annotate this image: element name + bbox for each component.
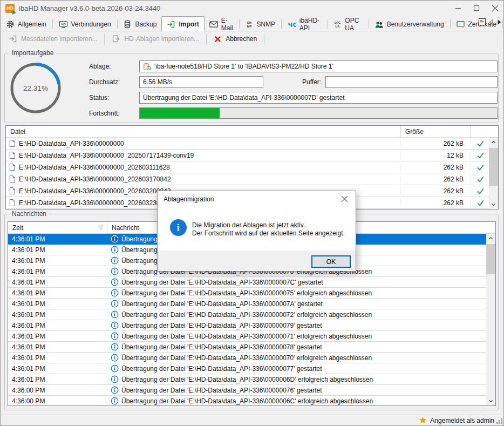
file-path: E:\HD-Data\data_API-336\00000000_2026031… [19, 164, 170, 171]
tab-bar: AllgemeinHDVerbindungenBackupImportE-Mai… [0, 16, 504, 31]
resize-grip[interactable] [501, 422, 502, 424]
message-row[interactable]: 4:36:01 PMÜbertragung der Datei 'E:\HD-D… [8, 353, 495, 363]
tab-allgemein[interactable]: Allgemein [1, 18, 51, 31]
message-row[interactable]: 4:36:01 PMÜbertragung der Datei 'E:\HD-D… [8, 374, 495, 385]
scrollbar-thumb[interactable] [486, 244, 495, 274]
message-text: Übertragung der Datei 'E:\HD-Data\data_A… [121, 343, 322, 351]
info-icon [111, 397, 119, 405]
page-icon [9, 199, 16, 207]
tab-label: Backup [135, 21, 156, 28]
tab-label: Verbindungen [71, 21, 111, 28]
tab-label: Allgemein [18, 21, 46, 28]
database-icon [123, 20, 132, 29]
dialog-title-bar: Ablagenmigration [158, 191, 356, 207]
file-path: E:\HD-Data\data_API-336\00000000 [19, 140, 124, 147]
ok-button[interactable]: OK [311, 255, 351, 268]
tab-verbindungen[interactable]: HDVerbindungen [54, 18, 116, 31]
file-path: E:\HD-Data\data_API-336\00000000_2026031… [19, 175, 171, 183]
column-header-datei[interactable]: Datei [6, 126, 400, 137]
tab-opc-ua[interactable]: OPCUAOPC UA [329, 18, 367, 31]
file-size: 262 kB [400, 187, 470, 195]
message-row[interactable]: 4:36:00 PMÜbertragung der Datei 'E:\HD-D… [8, 396, 495, 406]
info-icon [111, 321, 119, 329]
message-cell: Übertragung der Datei 'E:\HD-Data\data_A… [107, 278, 495, 286]
message-row[interactable]: 4:36:01 PMÜbertragung der Datei 'E:\HD-D… [8, 331, 495, 342]
message-row[interactable]: 4:36:01 PMÜbertragung der Datei 'E:\HD-D… [8, 299, 495, 309]
maximize-icon [473, 5, 480, 11]
svg-text:SN: SN [247, 21, 251, 24]
tab-snmp[interactable]: SNMPSNMP [241, 18, 280, 31]
scroll-up-icon[interactable] [489, 138, 498, 147]
message-time: 4:36:01 PM [8, 343, 107, 351]
puffer-field [325, 76, 498, 88]
tab-backup[interactable]: Backup [118, 18, 161, 31]
minimize-icon [455, 5, 461, 11]
message-row[interactable]: 4:36:01 PMÜbertragung der Datei 'E:\HD-D… [8, 320, 495, 331]
message-row[interactable]: 4:36:00 PMÜbertragung der Datei 'E:\HD-D… [8, 385, 495, 396]
report-tab-icon[interactable] [478, 18, 486, 26]
message-row[interactable]: 4:36:01 PMÜbertragung der Datei 'E:\HD-D… [8, 309, 495, 320]
ablage-field: 'iba-fue-note518/HD Store 1' to 'IBADAVI… [139, 60, 498, 72]
message-cell: Übertragung der Datei 'E:\HD-Data\data_A… [107, 310, 495, 319]
dialog-close-button[interactable] [333, 191, 356, 207]
tab-scroll-right-icon[interactable] [496, 18, 502, 26]
scroll-down-icon[interactable] [489, 200, 498, 209]
message-row[interactable]: 4:36:01 PMÜbertragung der Datei 'E:\HD-D… [8, 277, 495, 288]
svg-text:UA: UA [336, 25, 340, 28]
abbrechen-button[interactable]: Abbrechen [208, 32, 262, 45]
message-row[interactable]: 4:36:01 PMÜbertragung der Datei 'E:\HD-D… [8, 342, 495, 353]
tab-ibahd-api[interactable]: ЧGibaHD-API [283, 18, 326, 31]
hd-ablagen-importieren-button[interactable]: HD-Ablagen importieren... [106, 32, 205, 45]
svg-text:HD: HD [61, 23, 66, 26]
scrollbar-thumb[interactable] [489, 148, 498, 186]
file-table-row[interactable]: E:\HD-Data\data_API-336\00000000_2025071… [6, 150, 498, 161]
file-table-scrollbar[interactable] [489, 138, 498, 209]
column-header-groesse[interactable]: Größe [400, 126, 470, 137]
svg-text:MP: MP [247, 25, 252, 28]
tab-scroll-left-icon[interactable] [488, 18, 494, 26]
users-icon [375, 21, 384, 29]
ablage-value: 'iba-fue-note518/HD Store 1' to 'IBADAVI… [154, 63, 333, 70]
filter-icon[interactable] [98, 225, 104, 231]
gear-icon [6, 20, 15, 29]
certificate-icon [457, 21, 465, 29]
message-row[interactable]: 4:36:01 PMÜbertragung der Datei 'E:\HD-D… [8, 363, 495, 374]
minimize-button[interactable] [449, 0, 467, 16]
messdateien-importieren-button[interactable]: Messdateien importieren... [3, 32, 103, 45]
info-icon [111, 300, 119, 308]
file-size: 262 kB [400, 164, 470, 171]
close-icon [341, 195, 348, 202]
message-text: Übertragung der Datei 'E:\HD-Data\data_A… [121, 387, 322, 394]
scroll-down-icon[interactable] [486, 396, 495, 405]
toolbar-button-label: Abbrechen [226, 35, 257, 43]
message-cell: Übertragung der Datei 'E:\HD-Data\data_A… [107, 354, 495, 362]
file-size: 262 kB [400, 140, 470, 147]
tab-separator [281, 19, 282, 29]
tab-import[interactable]: Import [161, 16, 204, 31]
status-value: Übertragung der Datei 'E:\HD-Data\data_A… [143, 94, 344, 102]
message-text: Übertragung der Datei 'E:\HD-Data\data_A… [121, 300, 323, 308]
message-row[interactable]: 4:36:01 PMÜbertragung der Datei 'E:\HD-D… [8, 288, 495, 299]
scroll-up-icon[interactable] [486, 234, 495, 243]
file-table-row[interactable]: E:\HD-Data\data_API-336\00000000262 kB [6, 138, 498, 150]
fortschritt-label: Fortschritt: [89, 110, 120, 117]
tab-e-mail[interactable]: E-Mail [205, 18, 239, 31]
column-header-status[interactable] [470, 126, 490, 137]
file-path: E:\HD-Data\data_API-336\00000000_2026032… [19, 187, 171, 195]
message-time: 4:36:01 PM [8, 246, 107, 254]
message-time: 4:36:01 PM [8, 365, 107, 373]
file-table-row[interactable]: E:\HD-Data\data_API-336\00000000_2026031… [6, 161, 498, 173]
message-time: 4:36:01 PM [8, 333, 107, 340]
message-time: 4:36:01 PM [8, 300, 107, 308]
file-size: 12 kB [400, 152, 470, 159]
file-path: E:\HD-Data\data_API-336\00000000_2025071… [19, 152, 194, 159]
file-table-row[interactable]: E:\HD-Data\data_API-336\00000000_2026031… [6, 173, 498, 185]
page-icon [9, 187, 16, 195]
column-header-zeit[interactable]: Zeit [8, 222, 107, 233]
maximize-button[interactable] [467, 0, 486, 16]
file-status-cell [470, 163, 491, 171]
info-icon-sel [111, 235, 119, 243]
messages-table-scrollbar[interactable] [486, 234, 495, 405]
close-button[interactable] [486, 0, 504, 16]
tab-benutzerverwaltung[interactable]: Benutzerverwaltung [370, 18, 449, 31]
